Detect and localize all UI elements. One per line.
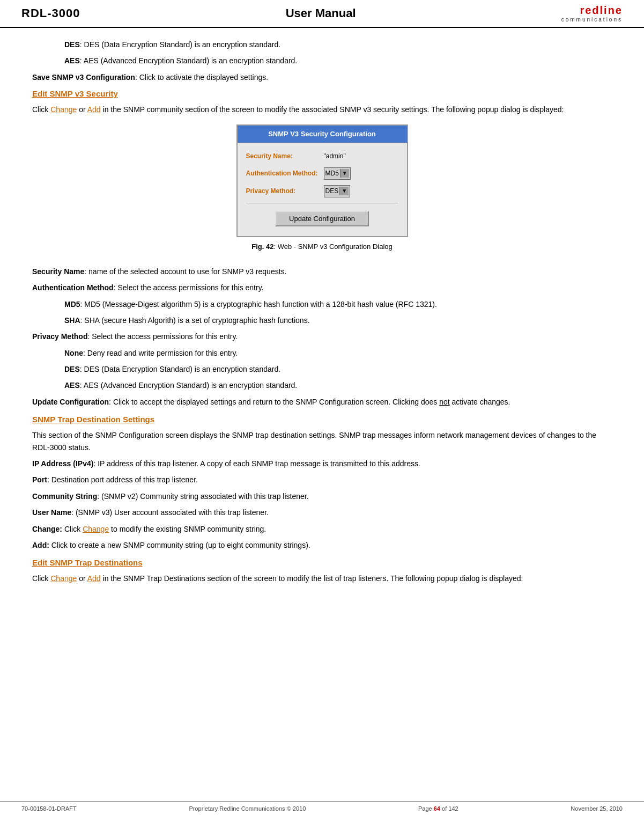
edit-snmp-pre: Click: [32, 105, 50, 114]
user-bold: User Name: [32, 508, 71, 517]
update-desc1: : Click to accept the displayed settings…: [109, 398, 439, 406]
privacy-method-para: Privacy Method: Select the access permis…: [32, 331, 612, 342]
aes-para2: AES: AES (Advanced Encryption Standard) …: [64, 379, 612, 391]
port-desc: : Destination port address of this trap …: [47, 475, 198, 484]
des-label1: DES: [64, 40, 80, 49]
ip-address-para: IP Address (IPv4): IP address of this tr…: [32, 458, 612, 469]
change-link-3[interactable]: Change: [50, 574, 77, 583]
edit-snmp-heading[interactable]: Edit SNMP v3 Security: [32, 87, 612, 100]
page-header: RDL-3000 User Manual redline communicati…: [0, 0, 644, 28]
dialog-privacy-select[interactable]: DES ▼: [324, 185, 351, 197]
dialog-auth-row: Authentication Method: MD5 ▼: [246, 167, 398, 180]
footer-page: Page 64 of 142: [418, 805, 458, 812]
dialog-privacy-value: DES: [325, 186, 339, 196]
none-desc: : Deny read and write permission for thi…: [83, 349, 238, 357]
dialog-security-value: "admin": [324, 151, 346, 161]
dialog-privacy-label: Privacy Method:: [246, 186, 324, 196]
des-bold2: DES: [64, 365, 80, 373]
security-name-para: Security Name: name of the selected acco…: [32, 266, 612, 277]
sha-bold: SHA: [64, 316, 80, 325]
dialog-title-bar: SNMP V3 Security Configuration: [238, 126, 407, 143]
footer-date: November 25, 2010: [571, 805, 623, 812]
dropdown-arrow-auth[interactable]: ▼: [340, 169, 349, 178]
ip-desc: : IP address of this trap listener. A co…: [93, 459, 420, 468]
edit-trap-heading[interactable]: Edit SNMP Trap Destinations: [32, 556, 612, 569]
dialog-security-row: Security Name: "admin": [246, 151, 398, 161]
edit-snmp-mid1: or: [77, 105, 87, 114]
footer-page-post: of 142: [440, 805, 458, 812]
logo-brand: redline: [580, 4, 623, 17]
dialog-auth-value: MD5: [325, 168, 339, 179]
snmp-trap-heading[interactable]: SNMP Trap Destination Settings: [32, 413, 612, 426]
user-name-para: User Name: (SNMP v3) User account associ…: [32, 506, 612, 518]
none-para: None: Deny read and write permission for…: [64, 347, 612, 359]
footer-page-num: 64: [434, 805, 440, 812]
fig-label: Fig. 42: [251, 243, 273, 251]
snmp-trap-body: This section of the SNMP Configuration s…: [32, 429, 612, 453]
auth-method-bold: Authentication Method: [32, 283, 114, 292]
footer-page-pre: Page: [418, 805, 434, 812]
edit-trap-post: in the SNMP Trap Destinations section of…: [101, 574, 523, 583]
aes-line1: AES: AES (Advanced Encryption Standard) …: [64, 55, 612, 67]
edit-snmp-mid2: in the SNMP community section of the scr…: [101, 105, 564, 114]
community-bold: Community String: [32, 492, 97, 501]
update-config-para: Update Configuration: Click to accept th…: [32, 396, 612, 408]
edit-snmp-body: Click Change or Add in the SNMP communit…: [32, 104, 612, 115]
privacy-method-desc: : Select the access permissions for this…: [87, 332, 238, 341]
add-link-2[interactable]: Add: [87, 574, 101, 583]
change-bold: Change:: [32, 525, 62, 533]
ip-bold: IP Address (IPv4): [32, 459, 93, 468]
main-content: DES: DES (Data Encryption Standard) is a…: [0, 28, 644, 621]
aes-desc1: : AES (Advanced Encryption Standard) is …: [80, 56, 297, 65]
privacy-method-bold: Privacy Method: [32, 332, 87, 341]
aes-bold2: AES: [64, 381, 80, 390]
logo: redline communications: [561, 4, 623, 23]
dropdown-arrow-privacy[interactable]: ▼: [339, 187, 349, 195]
md5-bold: MD5: [64, 300, 80, 309]
dialog-privacy-row: Privacy Method: DES ▼: [246, 185, 398, 197]
add-desc: Click to create a new SNMP community str…: [49, 541, 310, 549]
edit-trap-body: Click Change or Add in the SNMP Trap Des…: [32, 572, 612, 584]
edit-trap-pre: Click: [32, 574, 50, 583]
add-para: Add: Click to create a new SNMP communit…: [32, 539, 612, 551]
des-para2: DES: DES (Data Encryption Standard) is a…: [64, 363, 612, 375]
document-title: User Manual: [286, 6, 356, 20]
save-desc: : Click to activate the displayed settin…: [135, 73, 268, 82]
security-name-bold: Security Name: [32, 267, 84, 276]
sha-para: SHA: SHA (secure Hash Algorith) is a set…: [64, 314, 612, 326]
auth-method-para: Authentication Method: Select the access…: [32, 282, 612, 293]
dialog-security-label: Security Name:: [246, 151, 324, 161]
user-desc: : (SNMP v3) User account associated with…: [71, 508, 269, 517]
dialog-auth-select[interactable]: MD5 ▼: [324, 167, 351, 180]
security-name-desc: : name of the selected account to use fo…: [84, 267, 286, 276]
des-desc1: : DES (Data Encryption Standard) is an e…: [80, 40, 280, 49]
change-para: Change: Click Change to modify the exist…: [32, 523, 612, 535]
change-link-2[interactable]: Change: [83, 525, 109, 533]
footer-copyright: Proprietary Redline Communications © 201…: [189, 805, 306, 812]
update-config-bold: Update Configuration: [32, 398, 109, 406]
product-name: RDL-3000: [21, 6, 80, 20]
edit-trap-mid1: or: [77, 574, 87, 583]
dialog-auth-label: Authentication Method:: [246, 168, 324, 179]
port-para: Port: Destination port address of this t…: [32, 474, 612, 486]
dialog-btn-row: Update Configuration: [246, 208, 398, 231]
community-para: Community String: (SNMP v2) Community st…: [32, 490, 612, 502]
update-desc2: activate changes.: [450, 398, 510, 406]
change-link-1[interactable]: Change: [50, 105, 77, 114]
add-link-1[interactable]: Add: [87, 105, 101, 114]
md5-para: MD5: MD5 (Message-Digest algorithm 5) is…: [64, 298, 612, 310]
snmp-v3-dialog-container: SNMP V3 Security Configuration Security …: [32, 124, 612, 257]
footer-doc-id: 70-00158-01-DRAFT: [21, 805, 77, 812]
add-bold: Add:: [32, 541, 49, 549]
none-bold: None: [64, 349, 83, 357]
page-footer: 70-00158-01-DRAFT Proprietary Redline Co…: [0, 802, 644, 815]
auth-method-desc: : Select the access permissions for this…: [114, 283, 264, 292]
update-not: not: [439, 398, 449, 406]
update-config-button[interactable]: Update Configuration: [275, 211, 369, 226]
md5-desc: : MD5 (Message-Digest algorithm 5) is a …: [80, 300, 437, 309]
des-line1: DES: DES (Data Encryption Standard) is a…: [64, 39, 612, 50]
aes-label1: AES: [64, 56, 80, 65]
des-desc2: : DES (Data Encryption Standard) is an e…: [80, 365, 280, 373]
snmp-v3-dialog: SNMP V3 Security Configuration Security …: [236, 124, 408, 237]
dialog-divider: [246, 203, 398, 203]
